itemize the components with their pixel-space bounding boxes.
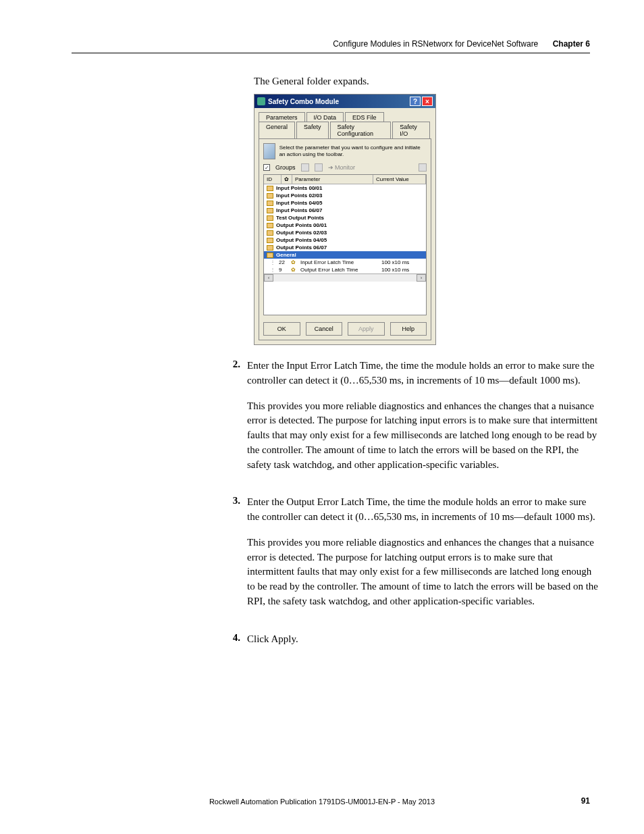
folder-icon bbox=[267, 245, 273, 251]
step-number: 2. bbox=[231, 359, 247, 483]
tab-safety-config[interactable]: Safety Configuration bbox=[330, 122, 392, 138]
hint-text: Select the parameter that you want to co… bbox=[279, 145, 427, 157]
step-number: 4. bbox=[231, 632, 247, 658]
header-rule bbox=[72, 53, 590, 53]
dialog-button-row: OK Cancel Apply Help bbox=[263, 322, 427, 336]
step-2: 2. Enter the Input Error Latch Time, the… bbox=[254, 359, 598, 483]
col-parameter[interactable]: Parameter bbox=[292, 175, 373, 184]
tab-parameters[interactable]: Parameters bbox=[259, 112, 305, 122]
folder-icon bbox=[267, 215, 273, 221]
folder-output-0203[interactable]: Output Points 02/03 bbox=[264, 229, 426, 236]
footer-text: Rockwell Automation Publication 1791DS-U… bbox=[0, 798, 644, 806]
param-value[interactable]: 100 x10 ms bbox=[381, 259, 423, 265]
toolbar-icon-3[interactable] bbox=[419, 163, 427, 172]
apply-button[interactable]: Apply bbox=[348, 322, 385, 336]
param-name: Input Error Latch Time bbox=[300, 259, 381, 265]
folder-icon bbox=[267, 208, 273, 213]
dialog-titlebar[interactable]: Safety Combo Module ? × bbox=[254, 95, 435, 108]
dialog-title: Safety Combo Module bbox=[268, 98, 410, 105]
step-list: 2. Enter the Input Error Latch Time, the… bbox=[254, 359, 598, 657]
hint-icon bbox=[263, 143, 275, 159]
tree-line-icon: ⋮ bbox=[267, 259, 279, 265]
col-value[interactable]: Current Value bbox=[373, 175, 426, 184]
folder-output-0405[interactable]: Output Points 04/05 bbox=[264, 236, 426, 244]
step-text: This provides you more reliable diagnost… bbox=[247, 536, 598, 609]
folder-input-0203[interactable]: Input Points 02/03 bbox=[264, 192, 426, 199]
list-header: ID ✿ Parameter Current Value bbox=[264, 175, 426, 184]
step-text: Enter the Output Error Latch Time, the t… bbox=[247, 495, 598, 525]
toolbar-icon-1[interactable] bbox=[301, 163, 309, 172]
lock-icon: ✿ bbox=[291, 259, 300, 265]
step-3: 3. Enter the Output Error Latch Time, th… bbox=[254, 495, 598, 619]
folder-input-0001[interactable]: Input Points 00/01 bbox=[264, 184, 426, 192]
step-4: 4. Click Apply. bbox=[254, 632, 598, 658]
groups-label: Groups bbox=[275, 164, 296, 171]
app-icon bbox=[257, 97, 265, 105]
tab-row-top: Parameters I/O Data EDS File bbox=[259, 112, 431, 122]
folder-output-0001[interactable]: Output Points 00/01 bbox=[264, 221, 426, 229]
scroll-right-icon[interactable]: › bbox=[417, 274, 426, 282]
toolbar-icon-2[interactable] bbox=[315, 163, 323, 172]
step-text: Click Apply. bbox=[247, 632, 298, 647]
groups-checkbox[interactable]: ✓ bbox=[263, 164, 270, 171]
folder-icon bbox=[267, 238, 273, 243]
header-chapter: Chapter 6 bbox=[553, 39, 590, 49]
content-area: The General folder expands. Safety Combo… bbox=[254, 76, 598, 669]
col-lock-icon[interactable]: ✿ bbox=[281, 175, 292, 184]
step-text: This provides you more reliable diagnost… bbox=[247, 399, 598, 473]
tab-row-bottom: General Safety Safety Configuration Safe… bbox=[259, 122, 431, 138]
param-value[interactable]: 100 x10 ms bbox=[381, 267, 423, 273]
folder-icon bbox=[267, 253, 273, 258]
lock-icon: ✿ bbox=[291, 267, 300, 273]
param-name: Output Error Latch Time bbox=[300, 267, 381, 273]
folder-input-0405[interactable]: Input Points 04/05 bbox=[264, 199, 426, 207]
tab-io-data[interactable]: I/O Data bbox=[306, 112, 344, 122]
tab-general[interactable]: General bbox=[259, 122, 295, 138]
folder-input-0607[interactable]: Input Points 06/07 bbox=[264, 207, 426, 214]
hint-row: Select the parameter that you want to co… bbox=[263, 143, 427, 159]
help-button[interactable]: Help bbox=[390, 322, 427, 336]
folder-icon bbox=[267, 193, 273, 199]
folder-general[interactable]: General bbox=[264, 251, 426, 259]
tab-safety[interactable]: Safety bbox=[296, 122, 329, 138]
page-number: 91 bbox=[581, 796, 590, 806]
folder-icon bbox=[267, 186, 273, 191]
tab-eds-file[interactable]: EDS File bbox=[345, 112, 384, 122]
tab-safety-io[interactable]: Safety I/O bbox=[392, 122, 430, 138]
scroll-track[interactable] bbox=[273, 274, 417, 282]
tree-line-icon: ⋮ bbox=[267, 267, 279, 273]
page-header: Configure Modules in RSNetworx for Devic… bbox=[333, 39, 590, 49]
param-id: 22 bbox=[279, 259, 291, 265]
intro-text: The General folder expands. bbox=[254, 76, 598, 87]
folder-icon bbox=[267, 230, 273, 236]
col-id[interactable]: ID bbox=[264, 175, 281, 184]
folder-icon bbox=[267, 223, 273, 228]
param-output-error-latch[interactable]: ⋮ 9 ✿ Output Error Latch Time 100 x10 ms bbox=[264, 266, 426, 273]
close-button[interactable]: × bbox=[422, 97, 433, 106]
cancel-button[interactable]: Cancel bbox=[306, 322, 343, 336]
folder-icon bbox=[267, 201, 273, 206]
dialog-window: Safety Combo Module ? × Parameters I/O D… bbox=[254, 94, 436, 345]
tab-panel: Select the parameter that you want to co… bbox=[259, 138, 431, 340]
param-input-error-latch[interactable]: ⋮ 22 ✿ Input Error Latch Time 100 x10 ms bbox=[264, 259, 426, 266]
horizontal-scrollbar[interactable]: ‹ › bbox=[264, 273, 426, 282]
ok-button[interactable]: OK bbox=[263, 322, 300, 336]
step-number: 3. bbox=[231, 495, 247, 619]
parameter-list: ID ✿ Parameter Current Value Input Point… bbox=[263, 174, 427, 315]
help-button[interactable]: ? bbox=[410, 97, 421, 106]
folder-output-0607[interactable]: Output Points 06/07 bbox=[264, 244, 426, 251]
step-text: Enter the Input Error Latch Time, the ti… bbox=[247, 359, 598, 388]
toolbar: ✓ Groups ➔ Monitor bbox=[263, 163, 427, 172]
scroll-left-icon[interactable]: ‹ bbox=[264, 274, 273, 282]
monitor-label: Monitor bbox=[335, 164, 355, 171]
header-section: Configure Modules in RSNetworx for Devic… bbox=[333, 39, 538, 49]
folder-test-output[interactable]: Test Output Points bbox=[264, 214, 426, 221]
param-id: 9 bbox=[279, 267, 291, 273]
